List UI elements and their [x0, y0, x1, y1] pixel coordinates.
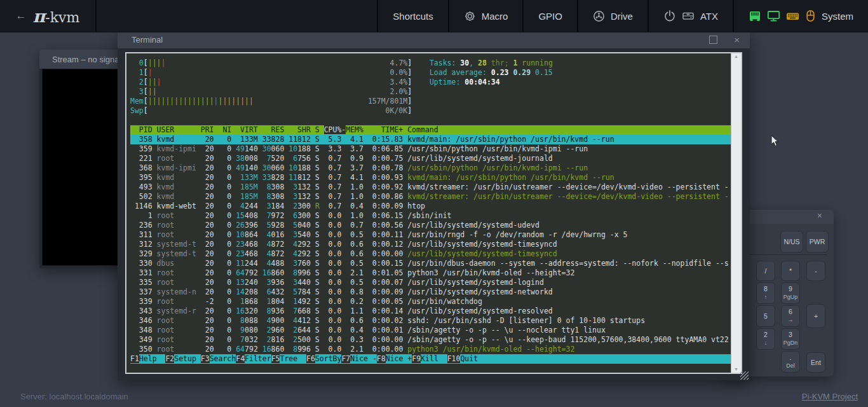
maximize-icon[interactable]: [709, 36, 717, 44]
close-icon[interactable]: ×: [817, 210, 822, 221]
key-numpad-multiply[interactable]: *: [781, 261, 800, 281]
key-numpad-pwr[interactable]: PWR: [806, 231, 829, 252]
menu-label: ATX: [700, 11, 718, 22]
header-menu: Shortcuts Macro: [377, 0, 868, 32]
menu-label: Drive: [611, 11, 633, 22]
menu-item-shortcuts[interactable]: Shortcuts: [377, 0, 447, 32]
menu-label: Shortcuts: [393, 11, 433, 22]
disc-icon: [593, 10, 605, 22]
key-numpad-6[interactable]: 6→: [781, 305, 800, 327]
server-label: Server: localhost.localdomain: [20, 392, 128, 401]
menu-item-gpio[interactable]: GPIO: [522, 0, 577, 32]
terminal-titlebar[interactable]: Terminal ×: [118, 31, 750, 48]
drive-box-icon: [682, 10, 695, 22]
menu-item-macro[interactable]: Macro: [448, 0, 523, 32]
key-numpad-subtract[interactable]: -: [806, 261, 825, 281]
menu-item-atx[interactable]: ATX: [648, 0, 733, 32]
app-logo[interactable]: ← π-kvm: [0, 0, 97, 32]
terminal-window: Terminal × 0[|||| 4.7%] Tasks: 30, 28 th…: [118, 31, 750, 380]
key-numpad-divide[interactable]: /: [756, 261, 775, 281]
key-numpad-enter[interactable]: Ent: [806, 352, 825, 373]
gear-icon: [464, 10, 476, 22]
back-arrow-icon[interactable]: ←: [16, 10, 27, 22]
menu-label: GPIO: [538, 11, 562, 22]
close-icon[interactable]: ×: [734, 35, 740, 45]
menu-label: System: [822, 11, 853, 22]
key-numpad-3[interactable]: 3PgDn: [781, 328, 800, 350]
power-icon: [663, 10, 676, 22]
stream-title: Stream – no signal: [52, 55, 121, 64]
header-bar: ← π-kvm Shortcuts: [0, 0, 868, 32]
scroll-down-icon[interactable]: ▼: [734, 366, 738, 373]
htop-output[interactable]: 0[|||| 4.7%] Tasks: 30, 28 thr; 1 runnin…: [126, 53, 731, 373]
key-numpad-9[interactable]: 9PgUp: [781, 282, 800, 304]
key-numpad-nus[interactable]: N/US: [780, 231, 803, 252]
mouse-cursor: [771, 135, 780, 150]
mouse-icon: [805, 10, 816, 22]
menu-item-system[interactable]: System: [733, 0, 868, 32]
monitor-icon: [767, 10, 780, 22]
ethernet-icon: [749, 10, 761, 22]
keyboard-icon: [786, 10, 799, 22]
key-numpad-8[interactable]: 8↑: [756, 282, 775, 304]
scrollbar[interactable]: ▲ ▼: [731, 53, 741, 373]
key-numpad-add[interactable]: +: [806, 304, 825, 328]
key-numpad-2[interactable]: 2↓: [756, 328, 775, 350]
key-numpad-decimal[interactable]: .Del: [781, 351, 800, 373]
logo-pi: π: [33, 6, 46, 26]
resize-handle[interactable]: [740, 371, 749, 380]
menu-label: Macro: [482, 11, 508, 22]
project-link[interactable]: Pi-KVM Project: [802, 392, 858, 401]
logo-text: -kvm: [45, 10, 79, 25]
key-numpad-5[interactable]: 5: [756, 305, 775, 327]
scroll-up-icon[interactable]: ▲: [734, 53, 738, 60]
menu-item-drive[interactable]: Drive: [577, 0, 648, 32]
terminal-content[interactable]: 0[|||| 4.7%] Tasks: 30, 28 thr; 1 runnin…: [125, 52, 742, 374]
terminal-title: Terminal: [132, 35, 163, 45]
